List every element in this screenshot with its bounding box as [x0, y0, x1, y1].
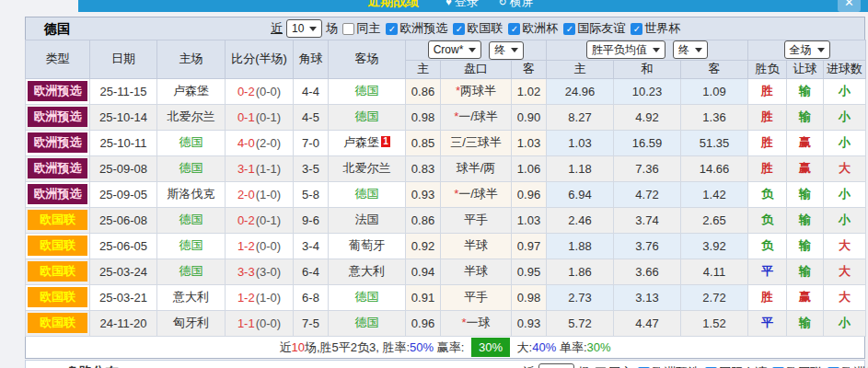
- goals-outcome: 大: [824, 259, 866, 284]
- odds-away: 0.90: [512, 104, 547, 130]
- goals-outcome: 大: [824, 155, 866, 181]
- odds-away: 0.95: [512, 259, 547, 284]
- competition-checkbox[interactable]: ✓: [563, 23, 575, 35]
- home-team: 斯洛伐克: [157, 181, 226, 207]
- summary-segment: 50%: [410, 340, 434, 354]
- avg-select[interactable]: 胜平负均值: [586, 40, 665, 59]
- avg-home: 1.03: [547, 130, 614, 155]
- match-row: 欧洲预选25-11-15卢森堡0-2(0-0)4-4德国0.86*两球半1.02…: [26, 78, 866, 104]
- competition-filter-label[interactable]: 欧洲杯: [522, 20, 558, 37]
- home-team: 卢森堡: [157, 78, 226, 104]
- chevron-down-icon: [309, 27, 317, 31]
- close-icon: ✕: [844, 0, 854, 9]
- recent-link[interactable]: 近: [271, 20, 283, 37]
- home-team: 匈牙利: [157, 310, 226, 336]
- match-date: 25-10-14: [90, 104, 157, 130]
- match-date: 25-09-05: [90, 181, 157, 207]
- competition-checkbox[interactable]: ✓: [508, 23, 520, 35]
- handicap: 平手: [441, 284, 512, 310]
- scope-select[interactable]: 全场: [784, 40, 830, 59]
- competition-filter-label[interactable]: 世界杯: [644, 20, 680, 37]
- filter-bar: 德国 近 10 场 同主 ✓欧洲预选✓欧国联✓欧洲杯✓国际友谊✓世界杯: [25, 17, 865, 40]
- odds-away: 0.93: [512, 310, 547, 336]
- odds-away: 1.03: [512, 207, 547, 233]
- away-team: 德国: [329, 104, 406, 130]
- odds-state-select[interactable]: 终: [489, 41, 524, 60]
- match-row: 欧国联24-11-20匈牙利1-1(0-0)7-5德国0.96*一球0.935.…: [26, 310, 866, 336]
- avg-state-select[interactable]: 终: [673, 40, 708, 59]
- avg-away: 14.66: [681, 155, 748, 181]
- competition-checkbox[interactable]: ✓: [453, 23, 465, 35]
- handicap-outcome: 输: [787, 259, 824, 284]
- competition-badge: 欧国联: [26, 207, 90, 233]
- col-avg-home: 主: [547, 60, 614, 78]
- handicap: 球半/两: [441, 155, 512, 181]
- login-link[interactable]: ♥登录: [446, 0, 479, 8]
- handicap-outcome: 赢: [787, 155, 824, 181]
- landscape-link[interactable]: ↻横屏: [499, 0, 534, 8]
- competition-badge: 欧洲预选: [26, 155, 90, 181]
- competition-badge: 欧洲预选: [26, 78, 90, 104]
- handicap-outcome: 输: [787, 181, 824, 207]
- competition-filter-label[interactable]: 国际友谊: [577, 20, 625, 37]
- avg-away: 2.72: [681, 284, 748, 310]
- odds-source-select[interactable]: Crow*: [428, 40, 482, 59]
- odds-home: 0.86: [406, 207, 441, 233]
- handicap: *一球: [441, 310, 512, 336]
- match-date: 25-03-24: [90, 259, 157, 284]
- same-home-checkbox[interactable]: [342, 23, 354, 35]
- match-row: 欧国联25-06-05德国1-2(0-0)3-4葡萄牙0.92半球0.971.8…: [26, 233, 866, 259]
- odds-away: 1.03: [512, 130, 547, 155]
- rotate-icon: ↻: [499, 0, 507, 7]
- match-count-select[interactable]: 10: [538, 363, 574, 368]
- competition-filter-label[interactable]: 欧国联: [786, 364, 822, 368]
- odds-home: 0.93: [406, 181, 441, 207]
- avg-draw: 3.76: [614, 233, 681, 259]
- recent-link[interactable]: 近: [523, 364, 535, 368]
- summary-segment: 30%: [471, 338, 510, 357]
- avg-home: 24.96: [547, 78, 614, 104]
- handicap-outcome: 赢: [787, 284, 824, 310]
- corners: 4-4: [294, 78, 329, 104]
- competition-badge: 欧国联: [26, 284, 90, 310]
- corners: 6-4: [294, 259, 329, 284]
- competition-filter-label[interactable]: 欧洲杯: [841, 364, 868, 368]
- competition-checkbox[interactable]: ✓: [631, 23, 642, 35]
- avg-away: 4.11: [681, 259, 748, 284]
- away-team: 卢森堡1: [329, 130, 406, 155]
- away-team: 法国: [329, 207, 406, 233]
- away-team: 德国: [329, 181, 406, 207]
- avg-home: 6.94: [547, 181, 614, 207]
- login-label[interactable]: 登录: [455, 0, 479, 8]
- handicap: 半球: [441, 259, 512, 284]
- summary-bar: 近10场,胜5平2负3, 胜率:50% 赢率: 30% 大:40% 单率:30%: [25, 337, 865, 359]
- match-count-select[interactable]: 10: [286, 19, 322, 38]
- competition-filter-label[interactable]: 欧洲预选: [399, 20, 447, 37]
- match-date: 25-11-15: [90, 78, 157, 104]
- chevron-down-icon: [469, 48, 476, 52]
- competition-filter-label[interactable]: 欧国联: [467, 20, 503, 37]
- home-team: 北爱尔兰: [157, 104, 226, 130]
- close-button[interactable]: ✕: [838, 0, 861, 12]
- handicap-outcome: 输: [787, 104, 824, 130]
- goals-outcome: 小: [824, 310, 866, 336]
- avg-draw: 7.36: [614, 155, 681, 181]
- summary-segment: 30%: [587, 340, 611, 354]
- competition-filter-label[interactable]: 欧洲预选: [652, 364, 700, 368]
- competition-checkbox[interactable]: ✓: [386, 23, 398, 35]
- col-avg-away: 客: [681, 60, 748, 78]
- home-team: 德国: [157, 130, 226, 155]
- avg-away: 1.42: [681, 181, 748, 207]
- filter-controls: 近 10 场 同主 ✓欧洲预选✓欧国联✓欧洲杯✓国际友谊✓世界杯: [271, 19, 681, 38]
- odds-home: 0.94: [406, 259, 441, 284]
- competition-badge: 欧洲预选: [26, 130, 90, 155]
- summary-segment: 40%: [532, 340, 556, 354]
- handicap: *两球半: [441, 78, 512, 104]
- same-home-label[interactable]: 同主: [356, 20, 380, 37]
- same-home-label[interactable]: 同主: [608, 364, 632, 368]
- competition-filter-label[interactable]: 国际友谊: [719, 364, 767, 368]
- corners: 3-5: [294, 155, 329, 181]
- avg-value: 胜平负均值: [592, 42, 647, 58]
- col-corners: 角球: [294, 40, 329, 79]
- landscape-label[interactable]: 横屏: [510, 0, 534, 8]
